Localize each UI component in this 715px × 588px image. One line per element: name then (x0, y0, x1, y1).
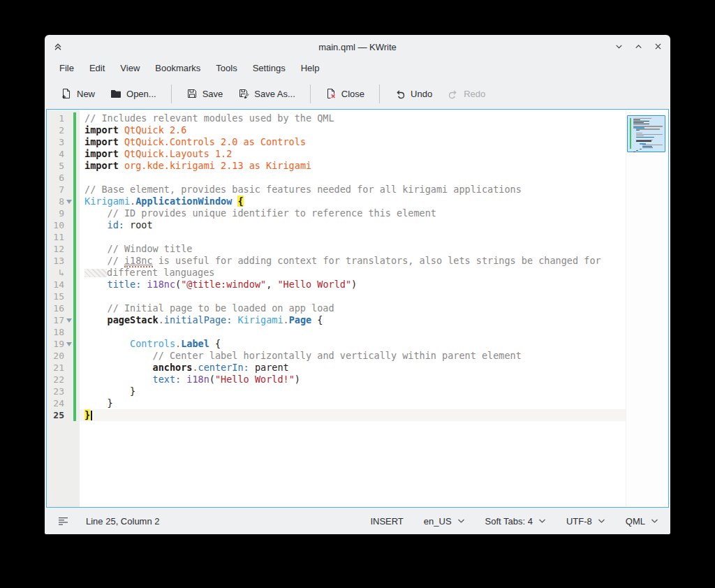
code-line[interactable] (80, 172, 626, 184)
redo-button[interactable]: Redo (440, 84, 493, 103)
gutter-row[interactable]: 21 (47, 362, 80, 374)
code-line[interactable]: } (80, 385, 626, 397)
gutter-row[interactable]: 1 (47, 112, 80, 124)
fold-column[interactable] (64, 314, 73, 326)
code-line[interactable]: id: root (80, 219, 626, 231)
gutter-row[interactable]: 12 (47, 243, 80, 255)
line-number: 1 (47, 112, 64, 124)
gutter-row[interactable]: 6 (47, 172, 80, 184)
code-token: import (84, 136, 119, 147)
code-line[interactable]: title: i18nc("@title:window", "Hello Wor… (80, 279, 626, 291)
titlebar[interactable]: main.qml — KWrite (45, 35, 670, 59)
code-token: ) (295, 374, 300, 385)
status-tab-width[interactable]: Soft Tabs: 4 (485, 516, 546, 527)
gutter-row[interactable]: 9 (47, 207, 80, 219)
gutter-row[interactable]: 23 (47, 385, 80, 397)
gutter-row[interactable]: ↳ (47, 267, 80, 279)
gutter-row[interactable]: 8 (47, 196, 80, 207)
code-line[interactable]: // Includes relevant modules used by the… (80, 112, 626, 124)
line-number: 20 (47, 350, 64, 362)
code-line[interactable]: import QtQuick 2.6 (80, 124, 626, 136)
code-line[interactable]: anchors.centerIn: parent (80, 362, 626, 374)
gutter-row[interactable]: 14 (47, 279, 80, 291)
close-button[interactable] (653, 41, 663, 52)
menu-bookmarks[interactable]: Bookmarks (147, 59, 208, 78)
status-encoding[interactable]: UTF-8 (566, 516, 605, 527)
gutter-row[interactable]: 19 (47, 338, 80, 350)
code-line[interactable] (80, 326, 626, 338)
save-button[interactable]: Save (179, 84, 231, 103)
close-document-button[interactable]: Close (318, 84, 372, 103)
text-lines-icon[interactable] (58, 516, 70, 526)
save-as-button[interactable]: Save As... (230, 84, 303, 103)
code-token: QtQuick.Layouts 1.2 (124, 148, 232, 159)
status-syntax-mode[interactable]: QML (626, 516, 658, 527)
code-line[interactable]: Controls.Label { (80, 338, 626, 350)
gutter-row[interactable]: 4 (47, 148, 80, 160)
open-button[interactable]: Open... (103, 84, 164, 103)
shade-button[interactable] (52, 41, 64, 55)
menu-view[interactable]: View (112, 59, 147, 78)
fold-column[interactable] (64, 196, 73, 207)
code-line[interactable]: different languages (80, 267, 626, 279)
status-mode[interactable]: INSERT (370, 516, 403, 527)
code-line[interactable]: // i18nc is useful for adding context fo… (80, 255, 626, 267)
gutter-row[interactable]: 15 (47, 291, 80, 302)
menu-tools[interactable]: Tools (208, 59, 244, 78)
code-line[interactable]: import org.kde.kirigami 2.13 as Kirigami (80, 160, 626, 172)
code-token: . (175, 338, 181, 349)
fold-arrow-icon[interactable] (66, 200, 72, 204)
code-line[interactable]: // Initial page to be loaded on app load (80, 302, 626, 314)
menu-help[interactable]: Help (293, 59, 327, 78)
new-button[interactable]: New (53, 84, 103, 103)
gutter-row[interactable]: 24 (47, 397, 80, 409)
open-folder-icon (110, 88, 121, 99)
code-line[interactable]: } (80, 397, 626, 409)
code-line[interactable]: Kirigami.ApplicationWindow { (80, 196, 626, 207)
fold-column[interactable] (64, 338, 73, 350)
code-line[interactable]: import QtQuick.Layouts 1.2 (80, 148, 626, 160)
status-dictionary[interactable]: en_US (424, 516, 465, 527)
code-token: import (84, 124, 119, 135)
gutter-row[interactable]: 20 (47, 350, 80, 362)
gutter-row[interactable]: 17 (47, 314, 80, 326)
gutter-row[interactable]: 25 (47, 409, 80, 421)
menu-settings[interactable]: Settings (245, 59, 293, 78)
gutter-row[interactable]: 5 (47, 160, 80, 172)
undo-button[interactable]: Undo (387, 84, 440, 103)
fold-arrow-icon[interactable] (66, 342, 72, 346)
code-line[interactable] (80, 291, 626, 302)
code-line[interactable]: // Base element, provides basic features… (80, 184, 626, 196)
fold-column (64, 136, 73, 148)
code-line[interactable]: } (80, 409, 626, 421)
code-line[interactable]: // ID provides unique identifier to refe… (80, 207, 626, 219)
gutter-row[interactable]: 10 (47, 219, 80, 231)
code-area[interactable]: // Includes relevant modules used by the… (80, 110, 626, 507)
minimap-scrollbar[interactable] (626, 110, 668, 507)
menu-file[interactable]: File (52, 59, 82, 78)
code-line[interactable]: // Window title (80, 243, 626, 255)
code-token (119, 136, 124, 147)
menu-edit[interactable]: Edit (82, 59, 112, 78)
code-line[interactable] (80, 231, 626, 243)
gutter-row[interactable]: 11 (47, 231, 80, 243)
text-editor-view[interactable]: 12345678910111213↳1415161718192021222324… (46, 109, 669, 508)
fold-arrow-icon[interactable] (66, 318, 72, 323)
code-token: // Center label horizontally and vertica… (153, 350, 522, 361)
code-line[interactable]: text: i18n("Hello World!") (80, 374, 626, 385)
code-line[interactable]: // Center label horizontally and vertica… (80, 350, 626, 362)
gutter-row[interactable]: 16 (47, 302, 80, 314)
minimap-visible-region[interactable] (627, 115, 665, 152)
gutter-row[interactable]: 2 (47, 124, 80, 136)
code-token: ( (175, 279, 181, 290)
minimize-button[interactable] (614, 41, 624, 52)
line-number-gutter[interactable]: 12345678910111213↳1415161718192021222324… (47, 110, 80, 507)
maximize-button[interactable] (633, 41, 644, 52)
code-line[interactable]: import QtQuick.Controls 2.0 as Controls (80, 136, 626, 148)
code-line[interactable]: pageStack.initialPage: Kirigami.Page { (80, 314, 626, 326)
gutter-row[interactable]: 22 (47, 374, 80, 385)
gutter-row[interactable]: 13 (47, 255, 80, 267)
gutter-row[interactable]: 18 (47, 326, 80, 338)
gutter-row[interactable]: 7 (47, 184, 80, 196)
gutter-row[interactable]: 3 (47, 136, 80, 148)
